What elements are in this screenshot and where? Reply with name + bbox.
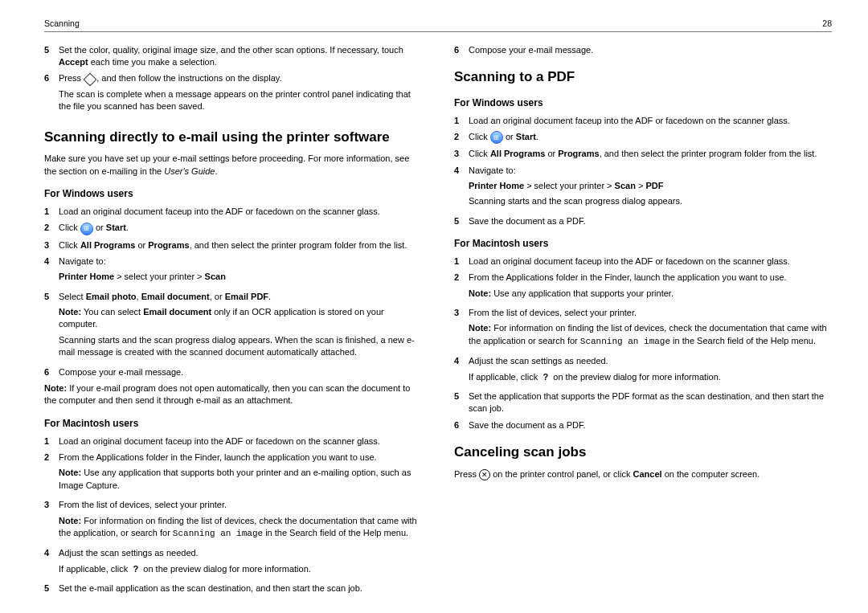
win-step-1: 1Load an original document faceup into t… [44, 206, 422, 218]
win-step-4: 4Navigate to: Printer Home > select your… [44, 255, 422, 287]
win-step-6: 6Compose your e-mail message. [44, 366, 422, 378]
win-step-5: 5 Select Email photo, Email document, or… [44, 291, 422, 362]
rmac-step-5: 5Set the application that supports the P… [454, 390, 832, 415]
win-note-2: Note: If your e-mail program does not op… [44, 382, 422, 407]
r-step-6-top: 6Compose your e-mail message. [454, 44, 832, 56]
r-heading-windows: For Windows users [454, 96, 832, 110]
r-heading-mac: For Macintosh users [454, 237, 832, 251]
rmac-step-4: 4Adjust the scan settings as needed. If … [454, 355, 832, 386]
step-6: 6 Press , and then follow the instructio… [44, 72, 422, 116]
cancel-x-icon: ✕ [479, 469, 490, 480]
heading-scan-email: Scanning directly to e-mail using the pr… [44, 128, 422, 147]
heading-cancel: Canceling scan jobs [454, 443, 832, 462]
rwin-step-4: 4Navigate to: Printer Home > select your… [454, 165, 832, 211]
windows-logo-icon: ⊞ [490, 131, 503, 144]
rmac-step-2: 2From the Applications folder in the Fin… [454, 272, 832, 303]
mac-step-2: 2From the Applications folder in the Fin… [44, 452, 422, 495]
rmac-step-1: 1Load an original document faceup into t… [454, 255, 832, 268]
heading-mac: For Macintosh users [44, 417, 422, 431]
cancel-text: Press ✕ on the printer control panel, or… [454, 468, 832, 480]
heading-scan-pdf: Scanning to a PDF [454, 67, 832, 87]
page-number: 28 [822, 18, 832, 30]
step-5: 5 Set the color, quality, original image… [44, 44, 422, 69]
mac-step-5: 5Set the e-mail application as the scan … [44, 582, 422, 595]
right-column: 6Compose your e-mail message. Scanning t… [454, 40, 832, 599]
header-title: Scanning [44, 18, 80, 30]
win-step-3: 3Click All Programs or Programs, and the… [44, 239, 422, 251]
start-diamond-icon [84, 72, 97, 86]
mac-step-1: 1Load an original document faceup into t… [44, 435, 422, 447]
rwin-step-3: 3Click All Programs or Programs, and the… [454, 148, 832, 160]
mac-step-3: 3From the list of devices, select your p… [44, 499, 422, 543]
rmac-step-3: 3From the list of devices, select your p… [454, 307, 832, 351]
left-column: 5 Set the color, quality, original image… [44, 40, 422, 599]
question-mark-icon: ? [130, 564, 141, 574]
page: Scanning 28 5 Set the color, quality, or… [0, 0, 868, 613]
rwin-step-5: 5Save the document as a PDF. [454, 215, 832, 227]
page-header: Scanning 28 [44, 18, 832, 32]
rwin-step-1: 1Load an original document faceup into t… [454, 115, 832, 127]
win-step-2: 2Click ⊞ or Start. [44, 222, 422, 235]
mac-step-4: 4Adjust the scan settings as needed. If … [44, 547, 422, 578]
question-mark-icon: ? [540, 372, 551, 382]
intro-text: Make sure you have set up your e-mail se… [44, 153, 422, 178]
heading-windows: For Windows users [44, 187, 422, 201]
rmac-step-6: 6Save the document as a PDF. [454, 419, 832, 431]
rwin-step-2: 2Click ⊞ or Start. [454, 131, 832, 144]
windows-logo-icon: ⊞ [80, 223, 93, 235]
